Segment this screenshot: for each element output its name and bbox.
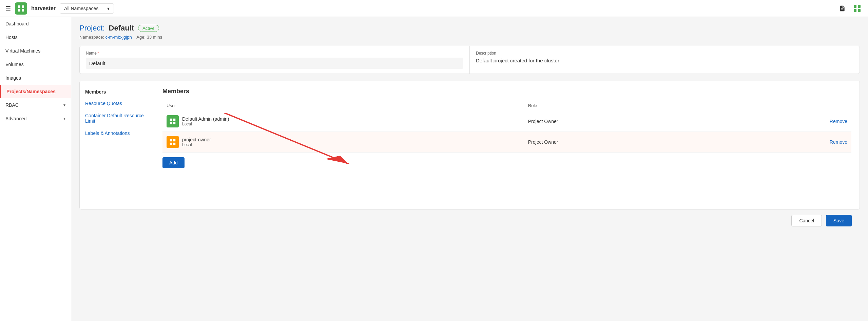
sidebar-item-volumes[interactable]: Volumes (0, 58, 71, 71)
svg-rect-12 (170, 139, 172, 141)
member-role: Project Owner (524, 111, 719, 132)
tab-container-default[interactable]: Container Default Resource Limit (80, 109, 154, 127)
member-user-1: Default Admin (admin) Local (167, 115, 520, 127)
form-card: Name* Default Description Default projec… (79, 46, 860, 74)
description-value: Default project created for the cluster (476, 58, 853, 63)
tab-resource-quotas[interactable]: Resource Quotas (80, 97, 154, 109)
namespace-selector[interactable]: All Namespaces ▾ (60, 3, 114, 14)
svg-rect-2 (18, 9, 20, 12)
svg-rect-3 (22, 9, 24, 12)
sidebar-item-advanced[interactable]: Advanced ▾ (0, 112, 71, 125)
remove-button[interactable]: Remove (830, 139, 847, 145)
member-location: Local (182, 122, 229, 126)
main-content: Project: Default Active Namespace: c-m-m… (71, 17, 868, 321)
avatar (167, 136, 179, 148)
member-name: Default Admin (admin) (182, 116, 229, 122)
svg-rect-0 (18, 5, 20, 8)
member-name: project-owner (182, 137, 211, 142)
col-actions (719, 100, 851, 111)
save-button[interactable]: Save (826, 215, 852, 226)
sidebar-item-hosts[interactable]: Hosts (0, 31, 71, 44)
page-title-name: Default (109, 24, 134, 33)
name-label: Name* (86, 51, 463, 56)
svg-rect-7 (858, 9, 861, 12)
top-bar: ☰ harvester All Namespaces ▾ (0, 0, 868, 17)
chevron-down-icon: ▾ (107, 6, 110, 11)
form-row: Name* Default Description Default projec… (80, 46, 860, 74)
namespace-link[interactable]: c-m-mbxjgjph (105, 35, 132, 40)
members-table: User Role (162, 100, 851, 153)
status-badge: Active (138, 25, 159, 32)
page-title-project: Project: (79, 24, 105, 33)
tabs-sidebar: Members Resource Quotas Container Defaul… (80, 81, 154, 209)
avatar (167, 115, 179, 127)
logo-icon (15, 2, 27, 15)
table-row: Default Admin (admin) Local Project Owne… (162, 111, 851, 132)
name-field: Name* Default (80, 46, 470, 74)
svg-rect-15 (173, 143, 175, 145)
notification-icon[interactable] (837, 3, 848, 14)
sidebar: Dashboard Hosts Virtual Machines Volumes… (0, 17, 71, 321)
svg-rect-6 (854, 9, 856, 12)
extensions-icon[interactable] (852, 3, 863, 14)
svg-rect-1 (22, 5, 24, 8)
svg-rect-4 (854, 5, 856, 8)
namespace-label: All Namespaces (64, 6, 98, 11)
svg-rect-5 (858, 5, 861, 8)
sidebar-item-projects-namespaces[interactable]: Projects/Namespaces (0, 85, 71, 98)
tab-labels-annotations[interactable]: Labels & Annotations (80, 127, 154, 139)
remove-button[interactable]: Remove (830, 119, 847, 124)
top-bar-left: ☰ harvester All Namespaces ▾ (5, 2, 114, 15)
description-field: Description Default project created for … (470, 46, 860, 74)
member-role: Project Owner (524, 132, 719, 153)
members-tab-content: Members User Role (154, 81, 860, 209)
main-layout: Dashboard Hosts Virtual Machines Volumes… (0, 17, 868, 321)
cancel-button[interactable]: Cancel (791, 215, 822, 226)
member-location: Local (182, 142, 211, 147)
col-user: User (162, 100, 524, 111)
meta-info: Namespace: c-m-mbxjgjph Age: 33 mins (79, 35, 860, 40)
sidebar-item-rbac[interactable]: RBAC ▾ (0, 98, 71, 112)
tabs-content-area: Members Resource Quotas Container Defaul… (79, 81, 860, 209)
sidebar-item-images[interactable]: Images (0, 71, 71, 85)
svg-rect-9 (173, 119, 175, 121)
sidebar-item-dashboard[interactable]: Dashboard (0, 17, 71, 31)
members-title: Members (162, 88, 851, 95)
svg-rect-14 (170, 143, 172, 145)
svg-rect-11 (173, 122, 175, 124)
footer-actions: Cancel Save (79, 209, 860, 232)
table-row: project-owner Local Project Owner Remove (162, 132, 851, 153)
sidebar-item-virtual-machines[interactable]: Virtual Machines (0, 44, 71, 58)
svg-rect-13 (173, 139, 175, 141)
top-bar-right (837, 3, 863, 14)
chevron-down-icon: ▾ (63, 116, 65, 121)
svg-rect-8 (170, 119, 172, 121)
page-header: Project: Default Active (79, 24, 860, 33)
chevron-down-icon: ▾ (63, 103, 65, 107)
hamburger-icon[interactable]: ☰ (5, 5, 11, 12)
name-value: Default (86, 58, 463, 69)
add-member-button[interactable]: Add (162, 157, 185, 168)
description-label: Description (476, 51, 853, 56)
col-role: Role (524, 100, 719, 111)
svg-rect-10 (170, 122, 172, 124)
tab-section-header: Members (80, 86, 154, 97)
member-user-2: project-owner Local (167, 136, 520, 148)
app-name: harvester (31, 5, 56, 12)
